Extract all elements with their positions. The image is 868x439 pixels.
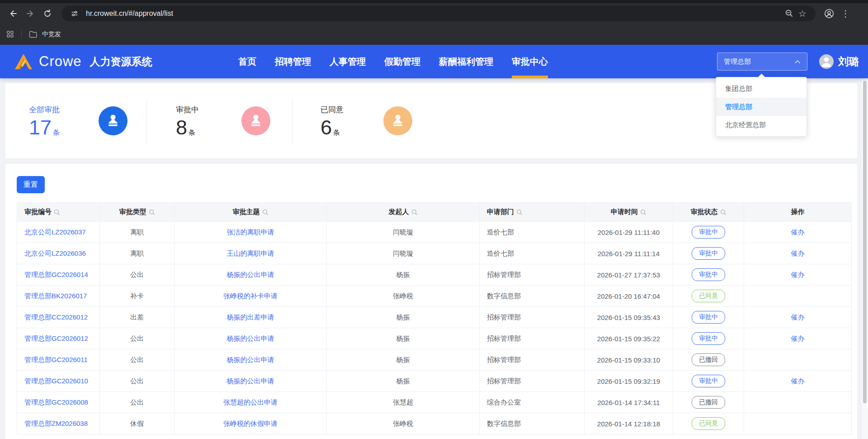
search-icon[interactable] — [516, 209, 523, 215]
nav-item-attendance[interactable]: 假勤管理 — [384, 45, 420, 78]
approval-subject-link[interactable]: 杨振的公出申请 — [227, 356, 274, 363]
urge-action-link[interactable]: 催办 — [791, 377, 805, 385]
approval-id-link[interactable]: 管理总部CC2026012 — [24, 313, 88, 321]
approval-subject-link[interactable]: 张峥税的补卡申请 — [223, 292, 278, 300]
cell-id: 管理总部GC2026010 — [17, 371, 100, 392]
approval-subject-link[interactable]: 张洁的离职申请 — [227, 228, 274, 236]
cell-type: 公出 — [100, 349, 175, 371]
search-icon[interactable] — [54, 209, 60, 215]
org-option-management-hq[interactable]: 管理总部 — [716, 98, 807, 116]
cell-initiator: 杨振 — [327, 307, 480, 328]
urge-action-link[interactable]: 催办 — [791, 249, 805, 257]
column-header-inner: 操作 — [791, 208, 805, 216]
scrollbar-thumb[interactable] — [863, 81, 867, 403]
stat-card-approved[interactable]: 已同意6条 — [292, 83, 461, 158]
cell-department: 造价七部 — [480, 222, 585, 243]
cell-status: 审批中 — [673, 328, 744, 349]
stat-card-all[interactable]: 全部审批17条 — [5, 83, 146, 158]
apps-grid-icon[interactable] — [6, 30, 14, 38]
approval-id-link[interactable]: 管理总部ZM2026038 — [24, 420, 88, 427]
urge-action-link[interactable]: 催办 — [791, 228, 805, 236]
cell-id: 管理总部BK2026017 — [17, 286, 100, 307]
org-option-beijing-hq[interactable]: 北京经营总部 — [716, 116, 807, 134]
urge-action-link[interactable]: 催办 — [791, 334, 805, 342]
column-header-inner: 审批状态 — [691, 208, 726, 216]
nav-item-personnel[interactable]: 人事管理 — [330, 45, 366, 78]
search-icon[interactable] — [640, 209, 646, 215]
column-label: 发起人 — [389, 208, 409, 216]
approval-subject-link[interactable]: 杨振的出差申请 — [227, 313, 274, 321]
column-label: 审批编号 — [24, 208, 52, 216]
cell-status: 审批中 — [673, 222, 744, 243]
approval-table-panel: 重置 审批编号审批类型审批主题发起人申请部门申请时间审批状态操作 北京公司LZ2… — [5, 164, 857, 439]
search-icon[interactable] — [149, 209, 155, 215]
cell-id: 北京公司LZ2026037 — [17, 222, 100, 243]
cell-department: 综合办公室 — [480, 392, 585, 413]
nav-item-approval[interactable]: 审批中心 — [512, 45, 548, 78]
cell-id: 管理总部GC2026008 — [17, 392, 100, 413]
search-icon[interactable] — [720, 209, 726, 215]
approval-subject-link[interactable]: 王山的离职申请 — [227, 249, 274, 257]
bookmark-folder-label[interactable]: 中竞发 — [42, 30, 61, 38]
search-icon[interactable] — [262, 209, 269, 215]
approval-table: 审批编号审批类型审批主题发起人申请部门申请时间审批状态操作 北京公司LZ2026… — [17, 202, 852, 434]
bookmarks-bar: 中竞发 — [0, 24, 868, 45]
back-icon[interactable] — [5, 6, 21, 21]
approval-subject-link[interactable]: 杨振的公出申请 — [227, 377, 274, 385]
approval-subject-link[interactable]: 杨振的公出申请 — [227, 271, 274, 278]
column-header-status: 审批状态 — [673, 203, 744, 222]
nav-item-home[interactable]: 首页 — [238, 45, 256, 78]
stat-card-processing[interactable]: 审批中8条 — [147, 83, 292, 158]
bookmark-star-icon[interactable]: ☆ — [796, 7, 809, 20]
nav-item-salary[interactable]: 薪酬福利管理 — [439, 45, 493, 78]
status-badge: 审批中 — [692, 268, 725, 281]
org-option-group-hq[interactable]: 集团总部 — [716, 80, 807, 98]
system-name: 人力资源系统 — [90, 55, 152, 69]
user-menu[interactable]: 刘璐 — [819, 54, 859, 69]
column-label: 申请时间 — [611, 208, 638, 216]
reload-icon[interactable] — [40, 6, 55, 21]
cell-time: 2026-01-15 09:35:43 — [585, 307, 673, 328]
urge-action-link[interactable]: 催办 — [791, 271, 805, 278]
page-scrollbar[interactable] — [862, 78, 868, 439]
status-badge: 已同意 — [692, 290, 725, 302]
folder-icon — [29, 31, 38, 38]
user-avatar-icon — [819, 54, 834, 69]
approval-id-link[interactable]: 管理总部BK2026017 — [24, 292, 87, 300]
column-header-department: 申请部门 — [480, 203, 585, 222]
column-header-time: 申请时间 — [585, 203, 673, 222]
zoom-out-icon[interactable] — [782, 7, 796, 20]
cell-time: 2026-01-20 16:47:04 — [585, 286, 673, 307]
cell-department: 造价七部 — [480, 243, 585, 264]
cell-id: 北京公司LZ2026036 — [17, 243, 100, 264]
approval-subject-link[interactable]: 张慧超的公出申请 — [223, 398, 278, 406]
site-info-icon[interactable] — [68, 7, 81, 20]
urge-action-link[interactable]: 催办 — [791, 313, 805, 321]
bookmarks-divider — [21, 30, 22, 38]
approval-id-link[interactable]: 管理总部GC2026011 — [24, 356, 88, 363]
cell-department: 招标管理部 — [480, 307, 585, 328]
nav-item-recruit[interactable]: 招聘管理 — [275, 45, 311, 78]
stat-unit: 条 — [333, 129, 340, 137]
org-select[interactable]: 管理总部 — [717, 52, 807, 71]
forward-icon[interactable] — [23, 6, 38, 21]
approval-subject-link[interactable]: 张峥税的休假申请 — [223, 420, 278, 427]
menu-kebab-icon[interactable]: ⋮ — [841, 9, 850, 18]
approval-id-link[interactable]: 管理总部GC2026014 — [24, 271, 88, 278]
approval-id-link[interactable]: 北京公司LZ2026036 — [24, 249, 86, 257]
approval-id-link[interactable]: 管理总部GC2026008 — [24, 398, 88, 406]
approval-subject-link[interactable]: 杨振的公出申请 — [227, 334, 274, 342]
reset-button[interactable]: 重置 — [17, 176, 45, 193]
cell-id: 管理总部GC2026012 — [17, 328, 100, 349]
approval-id-link[interactable]: 北京公司LZ2026037 — [24, 228, 86, 236]
cell-type: 公出 — [100, 264, 175, 286]
search-icon[interactable] — [411, 209, 418, 215]
url-bar[interactable]: hr.croweit.cn/#/approval/list ☆ — [61, 6, 816, 21]
approval-id-link[interactable]: 管理总部GC2026012 — [24, 334, 88, 342]
browser-controls: ⋮ — [824, 8, 850, 19]
status-badge: 审批中 — [692, 332, 725, 345]
window-edge — [0, 0, 868, 3]
stat-value: 6 — [321, 119, 332, 137]
profile-icon[interactable] — [824, 8, 835, 19]
approval-id-link[interactable]: 管理总部GC2026010 — [24, 377, 88, 385]
